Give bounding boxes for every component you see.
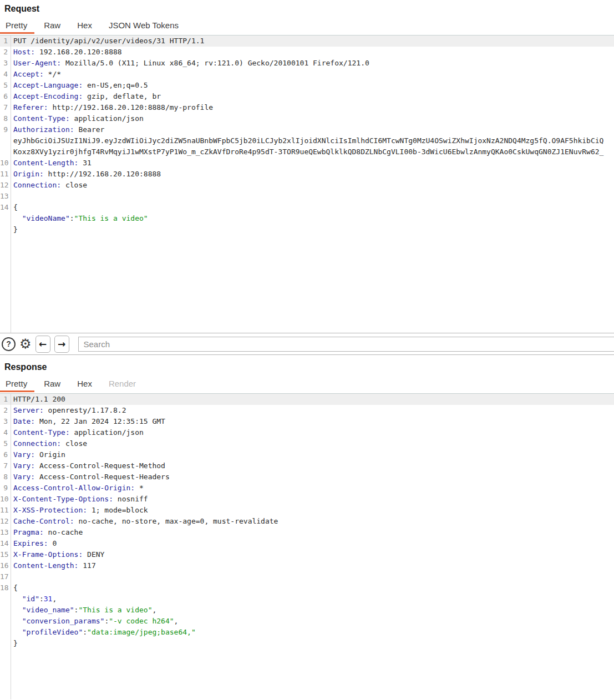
code-text: Vary: Access-Control-Request-Headers [11,471,614,483]
code-segment: Referer: [13,103,48,111]
code-text: Koxz8XVy1yzir0jhfgT4RvMqyiJ1wMXstP7yP1Wo… [11,146,614,158]
code-segment: Bearer [74,125,105,134]
question-mark-icon: ? [6,339,11,348]
code-line: 15X-Frame-Options: DENY [0,549,614,560]
code-segment: Origin: [13,170,44,178]
code-line: 7Vary: Access-Control-Request-Method [0,460,614,471]
code-segment: gzip, deflate, br [83,92,161,100]
code-segment: Host: [13,48,35,56]
code-line: } [0,638,614,649]
response-panel-title: Response [4,362,614,373]
code-segment: { [13,584,18,592]
code-line: 11Origin: http://192.168.20.120:8888 [0,169,614,180]
line-number: 11 [0,169,11,180]
code-segment: no-cache [44,528,83,536]
help-button[interactable]: ? [2,337,16,351]
code-line: 17 [0,571,614,582]
code-segment: Connection: [13,181,61,189]
code-segment: Expires: [13,539,48,547]
code-line: 14{ [0,202,614,213]
code-segment: 192.168.20.120:8888 [35,48,122,56]
code-text: Accept-Language: en-US,en;q=0.5 [11,80,614,91]
code-segment: eyJhbGciOiJSUzI1NiJ9.eyJzdWIiOiJyc2diZW5… [13,136,603,145]
code-line: 6Vary: Origin [0,449,614,460]
code-line: "id":31, [0,594,614,605]
code-line: } [0,224,614,235]
tab-pretty[interactable]: Pretty [6,378,27,392]
search-input[interactable] [78,337,614,352]
code-line: 8Vary: Access-Control-Request-Headers [0,471,614,483]
tab-json-web-tokens[interactable]: JSON Web Tokens [109,20,179,33]
code-segment: Pragma: [13,528,44,536]
code-text: Connection: close [11,180,614,191]
code-line: 5Connection: close [0,438,614,449]
tab-raw[interactable]: Raw [44,378,60,392]
line-number: 10 [0,494,11,505]
code-segment: Content-Type: [13,114,70,123]
code-segment: X-XSS-Protection: [13,506,87,514]
code-line: 10X-Content-Type-Options: nosniff [0,494,614,505]
code-segment: nosniff [113,495,148,503]
code-segment: X-Frame-Options: [13,550,83,559]
code-segment: "data:image/jpeg;base64," [87,628,196,636]
line-number: 6 [0,449,11,460]
response-editor[interactable]: 1HTTP/1.1 2002Server: openresty/1.17.8.2… [0,393,614,699]
tab-hex[interactable]: Hex [77,378,92,392]
code-segment: "video_name" [22,606,74,614]
tab-raw[interactable]: Raw [44,20,60,33]
code-text: "id":31, [11,594,614,605]
code-segment: Server: [13,406,44,414]
line-number [0,135,11,146]
code-segment: http://192.168.20.120:8888 [44,170,161,178]
previous-match-button[interactable]: ← [35,336,50,353]
line-number [0,638,11,649]
code-text: Server: openresty/1.17.8.2 [11,405,614,416]
code-text: "profileVideo":"data:image/jpeg;base64," [11,627,614,638]
code-segment: no-cache, no-store, max-age=0, must-reva… [74,517,278,525]
code-segment: application/json [70,428,144,437]
code-segment: : [39,595,44,603]
code-text: X-XSS-Protection: 1; mode=block [11,505,614,516]
code-line: 5Accept-Language: en-US,en;q=0.5 [0,80,614,91]
code-segment: "-v codec h264" [109,617,174,625]
code-line: 13 [0,191,614,202]
code-segment: openresty/1.17.8.2 [44,406,126,414]
code-text: Pragma: no-cache [11,527,614,538]
code-segment: * [135,484,144,492]
code-segment: Accept: [13,70,44,78]
line-number: 3 [0,58,11,69]
code-text: PUT /identity/api/v2/user/videos/31 HTTP… [11,35,614,47]
code-segment: User-Agent: [13,59,61,67]
line-number: 7 [0,102,11,113]
code-segment: Vary: [13,473,35,481]
code-segment: , [174,617,179,625]
line-number [0,146,11,158]
code-text: "conversion_params":"-v codec h264", [11,616,614,627]
line-number: 12 [0,180,11,191]
line-number [0,224,11,235]
code-segment: Vary: [13,461,35,470]
code-segment: : [83,628,87,636]
line-number [0,213,11,224]
tab-hex[interactable]: Hex [77,20,92,33]
code-line: "video_name":"This is a video", [0,605,614,616]
code-text: Content-Type: application/json [11,113,614,124]
line-number: 1 [0,394,11,405]
line-number: 2 [0,47,11,58]
line-number: 9 [0,483,11,494]
tab-pretty[interactable]: Pretty [6,20,27,33]
code-text: Host: 192.168.20.120:8888 [11,47,614,58]
settings-button[interactable]: ⚙ [19,337,32,351]
code-segment: Content-Length: [13,159,78,167]
code-segment: close [61,439,87,448]
code-segment [13,606,22,614]
line-number: 14 [0,202,11,213]
code-segment: */* [44,70,61,78]
line-number: 7 [0,460,11,471]
code-text: Content-Length: 31 [11,158,614,169]
request-editor[interactable]: 1PUT /identity/api/v2/user/videos/31 HTT… [0,35,614,333]
code-segment: Access-Control-Request-Headers [35,473,170,481]
next-match-button[interactable]: → [54,336,69,353]
line-number: 17 [0,571,11,582]
code-segment [13,617,22,625]
